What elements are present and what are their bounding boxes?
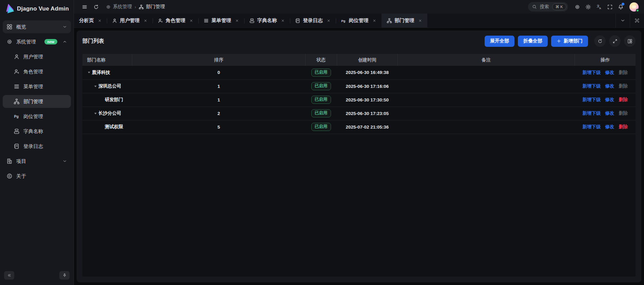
table-row: 晨泽科技0已启用2025-06-30 16:49:38新增下级修改删除 [82,66,636,79]
sidebar: Djagno Vue Admin 概览系统管理new用户管理角色管理菜单管理部门… [0,0,74,285]
building-icon [6,158,13,164]
topbar-right-icon-group: 文A [572,2,626,12]
add-child-link[interactable]: 新增下级 [582,124,601,130]
add-child-link[interactable]: 新增下级 [582,110,601,116]
table-header-row: 部门名称排序状态创建时间备注操作 [82,54,636,66]
cell-remark [398,66,575,79]
tab-posts[interactable]: Pg岗位管理 [336,14,382,27]
close-icon[interactable] [98,19,102,23]
edit-link[interactable]: 修改 [605,70,614,76]
add-child-link[interactable]: 新增下级 [582,83,601,89]
cell-remark [398,120,575,134]
journal-icon [295,18,300,23]
sidebar-item-departments[interactable]: 部门管理 [3,95,71,108]
close-icon[interactable] [235,19,239,23]
dict-icon [14,128,20,134]
cell-remark [398,79,575,93]
fullscreen-button[interactable] [605,2,615,12]
pin-sidebar-button[interactable] [59,271,70,280]
add-department-button[interactable]: 新增部门 [551,36,588,47]
delete-link[interactable]: 删除 [619,124,628,130]
gear-icon [574,4,580,10]
sidebar-item-dict[interactable]: 字典名称 [3,125,71,138]
language-button[interactable]: 文A [594,2,604,12]
cell-remark [398,93,575,107]
sidebar-item-project[interactable]: 项目 [3,155,71,168]
cell-department-name: 长沙分公司 [82,107,132,120]
topbar-left-icons [79,2,101,12]
sidebar-item-users[interactable]: 用户管理 [3,50,71,63]
topbar: 系统管理›部门管理 搜索 ⌘ K 文A [74,0,644,14]
org-icon [14,98,20,104]
tab-departments[interactable]: 部门管理 [382,14,427,27]
dict-icon [249,18,255,23]
tab-dict[interactable]: 字典名称 [244,14,290,27]
toggle-menu-button[interactable] [79,2,90,12]
close-icon[interactable] [143,19,148,23]
edit-link[interactable]: 修改 [605,124,614,130]
menu-lines-icon [14,83,20,90]
tabs-maximize-button[interactable] [630,14,644,27]
tab-login-logs[interactable]: 登录日志 [290,14,336,27]
app-logo [5,4,13,14]
sidebar-item-overview[interactable]: 概览 [3,20,71,33]
role-icon [158,18,163,23]
user-avatar[interactable] [629,2,639,12]
table-fullscreen-button[interactable] [609,35,621,47]
edit-link[interactable]: 修改 [605,83,614,89]
tree-expand-toggle[interactable] [86,70,92,76]
settings-button[interactable] [572,2,582,12]
tab-label: 岗位管理 [349,17,369,24]
refresh-table-button[interactable] [594,35,606,47]
tab-roles[interactable]: 角色管理 [153,14,198,27]
refresh-page-button[interactable] [91,2,101,12]
sidebar-item-menus[interactable]: 菜单管理 [3,80,71,93]
close-icon[interactable] [372,19,376,23]
org-icon [139,4,144,10]
tree-expand-toggle[interactable] [92,83,98,89]
add-child-link[interactable]: 新增下级 [582,97,601,103]
journal-icon [14,143,20,149]
tab-analysis[interactable]: 分析页 [74,14,107,27]
status-badge: 已启用 [311,82,331,90]
collapse-sidebar-button[interactable] [4,271,14,280]
theme-button[interactable] [583,2,593,12]
edit-link[interactable]: 修改 [605,110,614,116]
sidebar-item-login-logs[interactable]: 登录日志 [3,140,71,153]
close-icon[interactable] [327,19,331,23]
svg-text:A: A [599,7,601,10]
sidebar-item-about[interactable]: 关于 [3,170,71,183]
notification-dot [622,3,624,5]
search-input[interactable]: 搜索 ⌘ K [528,2,568,12]
tree-expand-toggle[interactable] [92,110,98,116]
table-row: 研发部门1已启用2025-06-30 17:30:50新增下级修改删除 [82,93,636,107]
breadcrumb-separator: › [135,4,136,10]
tabs-dropdown-button[interactable] [616,14,630,27]
edit-link[interactable]: 修改 [605,97,614,103]
add-child-link[interactable]: 新增下级 [582,70,601,76]
breadcrumb-label: 部门管理 [146,4,165,10]
close-icon[interactable] [418,19,422,23]
column-header: 排序 [132,54,306,66]
caret-down-icon [87,71,91,74]
close-icon[interactable] [281,19,285,23]
collapse-all-button[interactable]: 折叠全部 [518,36,548,47]
sidebar-item-posts[interactable]: Pg岗位管理 [3,110,71,123]
expand-all-button[interactable]: 展开全部 [485,36,514,47]
sidebar-item-label: 菜单管理 [23,83,43,90]
sidebar-footer [0,269,74,285]
notifications-button[interactable] [616,2,626,12]
tab-menus[interactable]: 菜单管理 [198,14,244,27]
cell-department-name: 晨泽科技 [82,66,132,79]
caret-down-icon [94,84,97,88]
delete-link[interactable]: 删除 [619,97,628,103]
sidebar-item-system[interactable]: 系统管理new [3,35,71,48]
breadcrumb-item[interactable]: 系统管理 [106,4,132,10]
sidebar-item-roles[interactable]: 角色管理 [3,65,71,78]
svg-text:Pg: Pg [14,114,19,118]
breadcrumb-item[interactable]: 部门管理 [139,4,165,10]
tab-users[interactable]: 用户管理 [107,14,153,27]
close-icon[interactable] [189,19,193,23]
table-columns-button[interactable] [624,35,636,47]
table-row: 长沙分公司2已启用2025-06-30 17:23:05新增下级修改删除 [82,107,636,120]
